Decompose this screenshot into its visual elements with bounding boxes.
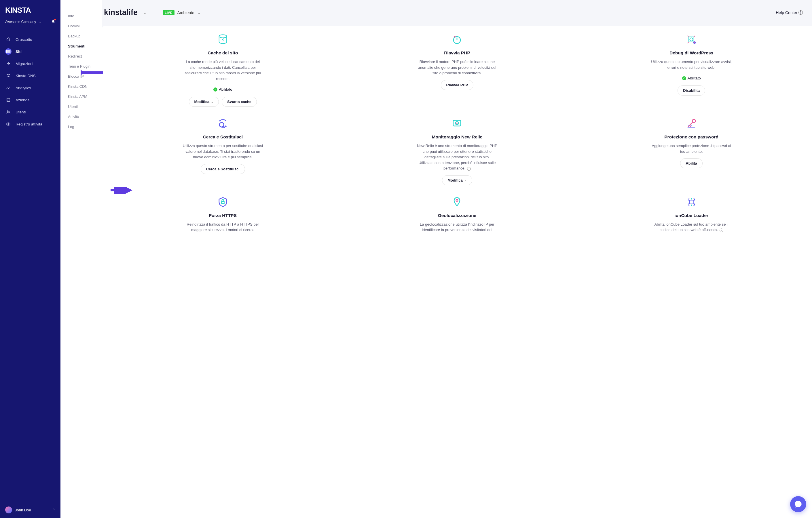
- card-title: Cache del sito: [208, 50, 238, 56]
- company-name: Awesome Company: [5, 20, 36, 24]
- sub-nav-item[interactable]: Log: [68, 122, 99, 132]
- sub-nav-item[interactable]: Kinsta APM: [68, 92, 99, 101]
- user-menu[interactable]: John Doe ⌃: [0, 502, 60, 518]
- chevron-up-icon: ⌃: [52, 508, 55, 512]
- card-title: Geolocalizzazione: [438, 213, 476, 218]
- nav-item-users[interactable]: Utenti: [0, 106, 60, 118]
- content: kinstalife ⌄ LIVE Ambiente ⌄ Help Center…: [102, 0, 812, 518]
- chevron-down-icon: ⌄: [39, 20, 41, 23]
- tool-card: Riavvia PHPRiavviare il motore PHP può e…: [344, 33, 571, 107]
- card-description: Riavviare il motore PHP può eliminare al…: [417, 59, 497, 76]
- company-switcher[interactable]: Awesome Company ⌄: [0, 18, 60, 29]
- card-description: La cache rende più veloce il caricamento…: [182, 59, 263, 82]
- check-icon: ✓: [682, 76, 686, 80]
- nav-item-analytics[interactable]: Analytics: [0, 82, 60, 94]
- brand-logo: KINSTA: [0, 0, 60, 18]
- button-row: Modifica⌄: [442, 175, 472, 185]
- tools-panel: Cache del sitoLa cache rende più veloce …: [102, 26, 812, 518]
- action-button[interactable]: Modifica⌄: [442, 175, 472, 185]
- nav-label: Siti: [16, 50, 22, 54]
- environment-chevron-icon[interactable]: ⌄: [197, 10, 201, 15]
- button-row: Cerca e Sostituisci: [201, 164, 245, 174]
- action-button[interactable]: Disabilita: [677, 86, 705, 95]
- card-description: Utilizza questo strumento per visualizza…: [651, 59, 732, 70]
- https-icon: [216, 196, 229, 208]
- action-button[interactable]: Cerca e Sostituisci: [201, 164, 245, 174]
- notifications-bell-icon[interactable]: [51, 19, 55, 24]
- cache-icon: [216, 33, 229, 46]
- svg-rect-1: [7, 98, 10, 101]
- chat-icon: [794, 500, 802, 508]
- restart-icon: [451, 33, 463, 46]
- nav-item-home[interactable]: Cruscotto: [0, 33, 60, 45]
- nav-label: Analytics: [16, 86, 31, 90]
- chat-fab[interactable]: [790, 496, 806, 512]
- help-center-link[interactable]: Help Center ?: [776, 10, 803, 15]
- button-row: Abilita: [680, 158, 703, 169]
- home-icon: [5, 36, 11, 42]
- main-sidebar: KINSTA Awesome Company ⌄ CruscottoSitiMi…: [0, 0, 60, 518]
- environment-label: Ambiente: [177, 10, 194, 15]
- ioncube-icon: [685, 196, 698, 208]
- sub-nav-item[interactable]: Domini: [68, 21, 99, 31]
- sub-nav-item[interactable]: Info: [68, 11, 99, 21]
- user-name: John Doe: [15, 508, 31, 512]
- nav-label: Registro attività: [16, 122, 42, 126]
- card-title: Forza HTTPS: [209, 213, 237, 218]
- nav-item-dns[interactable]: Kinsta DNS: [0, 70, 60, 82]
- help-center-label: Help Center: [776, 10, 797, 15]
- dns-icon: [5, 72, 11, 79]
- password-icon: ***: [685, 117, 698, 130]
- sub-nav-item[interactable]: Backup: [68, 31, 99, 41]
- sites-icon: [5, 48, 11, 55]
- tool-card: Debug di WordPressUtilizza questo strume…: [578, 33, 805, 107]
- action-button[interactable]: Abilita: [680, 158, 703, 169]
- avatar: [5, 507, 12, 513]
- card-description: La geolocalizzazione utilizza l'indirizz…: [417, 221, 497, 233]
- sub-nav-item[interactable]: Attività: [68, 112, 99, 122]
- info-icon[interactable]: i: [720, 228, 723, 232]
- nav-label: Utenti: [16, 110, 26, 114]
- action-button[interactable]: Svuota cache: [222, 97, 257, 107]
- card-title: Cerca e Sostituisci: [203, 134, 243, 140]
- card-description: New Relic è uno strumento di monitoraggi…: [417, 143, 497, 171]
- nav-item-activity[interactable]: Registro attività: [0, 118, 60, 130]
- sub-nav-item[interactable]: Kinsta CDN: [68, 82, 99, 92]
- annotation-arrow-cerca: [110, 187, 133, 194]
- sub-nav-item[interactable]: Utenti: [68, 101, 99, 112]
- site-switcher-chevron-icon[interactable]: ⌄: [143, 10, 147, 15]
- sub-nav-item[interactable]: Redirect: [68, 51, 99, 61]
- monitor-icon: [451, 117, 463, 130]
- tool-card: GeolocalizzazioneLa geolocalizzazione ut…: [344, 196, 571, 237]
- svg-text:***: ***: [688, 124, 692, 128]
- sub-nav-item[interactable]: Strumenti: [68, 41, 99, 51]
- card-description: Abilita ionCube Loader sul tuo ambiente …: [651, 221, 732, 233]
- action-button[interactable]: Riavvia PHP: [441, 80, 474, 90]
- geo-icon: [451, 196, 463, 208]
- tool-card: Monitoraggio New RelicNew Relic è uno st…: [344, 117, 571, 185]
- site-name: kinstalife: [104, 8, 138, 17]
- search-replace-icon: [216, 117, 229, 130]
- action-button[interactable]: Modifica⌄: [189, 97, 219, 107]
- users-icon: [5, 109, 11, 115]
- nav-item-company[interactable]: Azienda: [0, 94, 60, 106]
- card-description: Reindirizza il traffico da HTTP a HTTPS …: [182, 221, 263, 233]
- notification-dot: [54, 19, 56, 21]
- tool-card: Forza HTTPSReindirizza il traffico da HT…: [109, 196, 337, 237]
- nav-label: Migrazioni: [16, 62, 33, 66]
- button-row: Modifica⌄Svuota cache: [189, 97, 257, 107]
- svg-point-4: [219, 35, 227, 38]
- nav-item-sites[interactable]: Siti: [0, 45, 60, 58]
- button-row: Disabilita: [677, 86, 705, 95]
- card-description: Aggiunge una semplice protezione .htpass…: [651, 143, 732, 154]
- chevron-down-icon: ⌄: [464, 179, 467, 182]
- svg-rect-15: [222, 201, 224, 204]
- tool-card: ionCube LoaderAbilita ionCube Loader sul…: [578, 196, 805, 237]
- svg-point-12: [456, 123, 458, 124]
- tool-card: ***Protezione con passwordAggiunge una s…: [578, 117, 805, 185]
- annotation-arrow-strumenti: [81, 69, 104, 76]
- info-icon[interactable]: i: [467, 167, 471, 171]
- tools-grid: Cache del sitoLa cache rende più veloce …: [109, 33, 805, 237]
- status-badge: ✓Abilitato: [213, 87, 232, 92]
- nav-item-migrations[interactable]: Migrazioni: [0, 58, 60, 70]
